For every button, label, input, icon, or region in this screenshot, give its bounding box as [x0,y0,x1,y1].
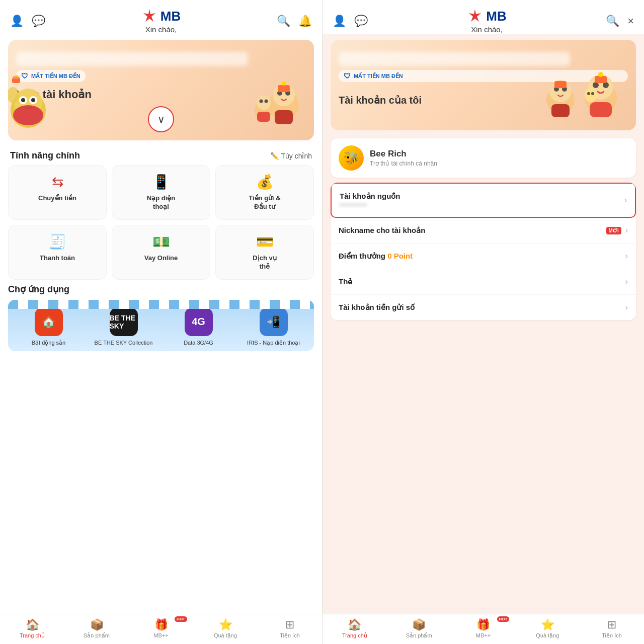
nav-label-qua-tang-right: Quà tặng [536,632,559,639]
chevron-icon: ∨ [157,113,165,125]
feature-thanh-toan[interactable]: 🧾 Thanh toán [8,225,107,280]
nav-mb-plus-left[interactable]: HOT 🎁 MB++ [129,614,193,644]
market-title: Chợ ứng dụng [8,284,314,295]
feature-chuyen-tien[interactable]: ⇆ Chuyển tiền [8,165,107,220]
left-panel: 👤 💬 MB Xin chào, 🔍 🔔 🛡 MẤT TIỀN MB ĐỀN X… [0,0,322,644]
home-icon-right: 🏠 [348,618,361,631]
left-logo-area: MB Xin chào, [141,8,181,34]
feature-label-2: Tiền gửi &Đầu tư [249,194,280,211]
nav-label-trang-chu-left: Trang chủ [20,632,45,639]
close-button-right[interactable]: × [627,16,634,27]
nav-tien-ich-left[interactable]: ⊞ Tiện ích [258,614,322,644]
nav-label-tien-ich-left: Tiện ích [280,632,300,639]
nav-label-mb-plus-left: MB++ [153,632,168,638]
bee-info: Bee Rich Trợ thủ tài chính cá nhân [370,149,437,167]
feature-nap-dien-thoai[interactable]: 📱 Nạp điệnthoại [112,165,210,220]
chat-icon-right[interactable]: 💬 [354,15,368,28]
menu-the[interactable]: Thẻ › [331,269,636,295]
expand-chevron-button[interactable]: ∨ [148,106,174,132]
chevron-icon-4: › [625,303,628,312]
market-landstock[interactable]: 🏠 Bất động sản [13,308,84,346]
feature-grid: ⇆ Chuyển tiền 📱 Nạp điệnthoại 💰 Tiền gửi… [0,165,322,284]
nav-label-tien-ich-right: Tiện ích [602,632,622,639]
menu-tai-khoan-nguon[interactable]: Tài khoản nguồn ••••••••••••• › [331,183,636,218]
left-logo-row: MB [141,8,181,24]
nav-mb-plus-right[interactable]: HOT 🎁 MB++ [451,614,516,644]
left-logo-text: MB [160,9,181,24]
right-greeting: Xin chào, [471,25,503,34]
menu-nickname[interactable]: Nickname cho tài khoản MỚI › [331,218,636,244]
menu-tai-khoan-tien-gui[interactable]: Tài khoản tiền gửi số › [331,295,636,320]
right-banner-characters [535,50,636,130]
svg-point-37 [587,92,590,95]
customize-label: Tùy chỉnh [281,152,312,160]
chevron-icon-2: › [625,252,628,261]
right-header-left-icons: 👤 💬 [333,15,368,28]
market-bethesky[interactable]: BE THE SKY BE THE SKY Collection [88,308,159,346]
nav-label-trang-chu-right: Trang chủ [342,632,367,639]
nav-qua-tang-right[interactable]: ⭐ Quà tặng [515,614,580,644]
right-panel: 👤 💬 MB Xin chào, 🔍 × 🛡 MẤT TIỀN MB ĐỀN T… [322,0,644,644]
menu-diem-thuong[interactable]: Điểm thưởng 0 Point › [331,244,636,269]
bee-rich-card[interactable]: 🐝 Bee Rich Trợ thủ tài chính cá nhân [331,138,636,178]
bee-avatar: 🐝 [339,145,364,171]
menu-title-3: Thẻ [339,277,352,286]
nav-label-san-pham-left: Sản phẩm [84,632,110,639]
customize-link[interactable]: ✏️ Tùy chỉnh [270,152,312,160]
right-logo-text: MB [486,9,506,24]
feature-dich-vu-the[interactable]: 💳 Dịch vụthẻ [215,225,314,280]
user-icon[interactable]: 👤 [10,15,24,28]
landstock-icon: 🏠 [35,308,63,336]
lion-svg [8,75,68,140]
left-greeting: Xin chào, [145,25,177,34]
feature-vay-online[interactable]: 💵 Vay Online [112,225,210,280]
menu-item-right-3: › [625,277,628,286]
nav-tien-ich-right[interactable]: ⊞ Tiện ích [580,614,644,644]
svg-rect-28 [554,81,567,88]
nav-trang-chu-right[interactable]: 🏠 Trang chủ [323,614,387,644]
market-4g[interactable]: 4G Data 3G/4G [163,308,234,346]
svg-rect-13 [275,110,293,124]
feature-tien-gui[interactable]: 💰 Tiền gửi &Đầu tư [215,165,314,220]
menu-sub-0: ••••••••••••• [340,202,400,209]
nav-trang-chu-left[interactable]: 🏠 Trang chủ [0,614,64,644]
menu-item-left-4: Tài khoản tiền gửi số [339,303,415,312]
svg-point-35 [598,72,603,77]
features-section-header: Tính năng chính ✏️ Tùy chỉnh [0,146,322,165]
market-grid: 🏠 Bất động sản BE THE SKY BE THE SKY Col… [8,300,314,351]
menu-item-right-1: MỚI › [606,226,628,235]
hot-badge-right: HOT [497,616,510,622]
svg-point-38 [591,92,594,95]
user-icon-right[interactable]: 👤 [333,15,346,28]
market-iris[interactable]: 📲 IRIS - Nạp điện thoại [238,308,309,346]
data4g-icon: 4G [185,308,213,336]
features-title: Tính năng chính [10,150,80,161]
nav-qua-tang-left[interactable]: ⭐ Quà tặng [193,614,258,644]
right-header-right-icons: 🔍 × [606,15,634,28]
bell-icon[interactable]: 🔔 [298,15,312,28]
phone-topup-icon: 📱 [152,174,170,190]
right-logo-area: MB Xin chào, [467,8,506,34]
nav-san-pham-left[interactable]: 📦 Sản phẩm [64,614,129,644]
moi-badge: MỚI [606,227,621,234]
bethesky-label: BE THE SKY Collection [95,339,153,346]
svg-point-6 [31,98,35,102]
left-bottom-nav: 🏠 Trang chủ 📦 Sản phẩm HOT 🎁 MB++ ⭐ Quà … [0,614,322,644]
menu-item-left-0: Tài khoản nguồn ••••••••••••• [340,192,400,209]
nav-label-qua-tang-left: Quà tặng [214,632,237,639]
menu-item-left-2: Điểm thưởng 0 Point [339,252,413,261]
nav-san-pham-right[interactable]: 📦 Sản phẩm [387,614,451,644]
svg-point-19 [257,96,271,110]
edit-icon: ✏️ [270,152,279,160]
nav-label-mb-plus-right: MB++ [476,632,491,638]
right-banner-decoration [535,50,636,130]
chat-icon[interactable]: 💬 [32,15,45,28]
transfer-icon: ⇆ [52,174,63,190]
svg-rect-20 [257,112,270,122]
search-icon-right[interactable]: 🔍 [606,15,619,28]
utility-icon-right: ⊞ [607,618,616,631]
bee-description: Trợ thủ tài chính cá nhân [370,160,437,167]
svg-rect-25 [551,104,570,117]
svg-rect-31 [590,102,612,117]
search-icon[interactable]: 🔍 [277,15,290,28]
